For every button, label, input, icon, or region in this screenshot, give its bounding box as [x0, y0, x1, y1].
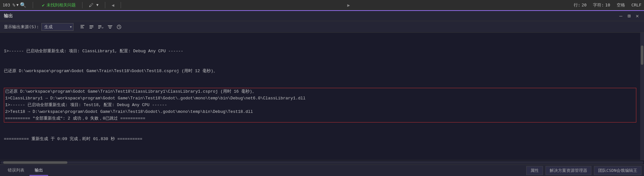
nav-left-btn[interactable]: ◀	[112, 3, 114, 8]
right-tab-team[interactable]: 团队CSDN会饿编辑王	[594, 166, 641, 175]
separator4	[121, 2, 121, 8]
zoom-value: 103 %	[3, 3, 15, 7]
tab-output[interactable]: 输出	[30, 165, 48, 176]
tools-dropdown-icon[interactable]: ▼	[96, 3, 99, 7]
col-info: 字符: 10	[593, 2, 610, 8]
toolbar-icon-clock[interactable]	[115, 24, 123, 30]
svg-rect-5	[90, 28, 92, 29]
output-text-area[interactable]: 1>------ 已启动全部重新生成: 项目: ClassLibrary1, 配…	[0, 33, 640, 160]
svg-rect-0	[81, 25, 84, 26]
zoom-dropdown-icon[interactable]: ▼	[16, 3, 19, 7]
svg-rect-6	[98, 25, 101, 26]
status-right: 行: 20 字符: 10 空格 CRLF	[574, 2, 641, 8]
svg-rect-1	[81, 26, 83, 27]
toolbar-icon-align[interactable]	[88, 24, 95, 30]
svg-rect-12	[109, 28, 111, 29]
svg-rect-2	[81, 28, 84, 28]
toolbar-icon-filter2[interactable]	[106, 24, 114, 30]
tools-area: 🖊 ▼	[89, 2, 99, 8]
close-btn[interactable]: ✕	[634, 12, 640, 20]
svg-rect-7	[98, 27, 101, 27]
col-label: 字符:	[593, 2, 604, 8]
panel-header-actions: — ⊞ ✕	[618, 12, 640, 20]
top-status-bar: 103 % ▼ 🔍 ✔ 未找到相关问题 🖊 ▼ ◀ ▶ 行: 20 字符: 10…	[0, 0, 644, 10]
space-label: 空格	[617, 2, 625, 8]
right-tab-solution-explorer-label: 解决方案资源管理器	[550, 168, 587, 173]
svg-rect-4	[90, 27, 93, 27]
health-status: ✔ 未找到相关问题	[42, 2, 76, 8]
svg-rect-11	[108, 27, 112, 27]
bottom-right-tabs: 属性 解决方案资源管理器 团队CSDN会饿编辑王	[526, 166, 641, 175]
output-line-8: ========== 重新生成 于 0:09 完成，耗时 01.830 秒 ==…	[4, 136, 636, 143]
toolbar-icon-scroll-end[interactable]	[79, 24, 86, 30]
tab-output-label: 输出	[35, 168, 43, 172]
zoom-control[interactable]: 103 % ▼ 🔍	[3, 2, 26, 8]
source-select-wrapper[interactable]: 生成	[41, 23, 73, 31]
svg-rect-10	[108, 25, 112, 26]
separator1	[33, 2, 33, 8]
source-label: 显示输出来源(S):	[4, 24, 39, 30]
separator2	[82, 2, 82, 8]
tab-error-list-label: 错误列表	[8, 168, 24, 172]
vertical-scrollbar[interactable]	[640, 33, 644, 160]
svg-line-15	[119, 27, 120, 28]
health-text: 未找到相关问题	[47, 2, 76, 8]
nav-right-btn[interactable]: ▶	[347, 3, 350, 8]
output-highlighted-block: 已还原 D:\workspace\program\Godot Game\Trai…	[4, 88, 636, 122]
toolbar-row: 显示输出来源(S): 生成	[0, 21, 644, 33]
right-tab-properties[interactable]: 属性	[526, 166, 543, 175]
row-info: 行: 20	[574, 2, 587, 8]
horizontal-scrollbar-thumb[interactable]	[3, 161, 67, 164]
output-line-2: 已还原 D:\workspace\program\Godot Game\Trai…	[4, 68, 636, 75]
row-label: 行:	[574, 2, 580, 8]
zoom-icon: 🔍	[20, 2, 26, 8]
output-line-1: 1>------ 已启动全部重新生成: 项目: ClassLibrary1, 配…	[4, 48, 636, 55]
svg-rect-8	[98, 28, 100, 29]
source-select[interactable]: 生成	[41, 23, 73, 31]
toolbar-icons: ⇌	[79, 24, 123, 30]
horizontal-scrollbar-row[interactable]	[0, 160, 644, 164]
toolbar-icon-filter[interactable]: ⇌	[97, 24, 105, 30]
svg-rect-3	[90, 25, 93, 26]
right-tab-properties-label: 属性	[530, 168, 539, 173]
row-value: 20	[582, 3, 587, 7]
output-content: 1>------ 已启动全部重新生成: 项目: ClassLibrary1, 配…	[0, 33, 644, 160]
tab-error-list[interactable]: 错误列表	[3, 165, 30, 176]
panel-header: 输出 — ⊞ ✕	[0, 11, 644, 21]
pen-icon[interactable]: 🖊	[89, 2, 94, 8]
svg-text:⇌: ⇌	[102, 26, 104, 29]
separator3	[105, 2, 105, 8]
scrollbar-v-thumb[interactable]	[641, 46, 643, 65]
check-icon: ✔	[42, 3, 45, 8]
right-tab-team-label: 团队CSDN会饿编辑王	[598, 168, 637, 173]
pin-btn[interactable]: —	[618, 12, 624, 20]
col-value: 10	[605, 3, 610, 7]
line-ending: CRLF	[631, 3, 641, 7]
bottom-tab-bar: 错误列表 输出 属性 解决方案资源管理器 团队CSDN会饿编辑王	[0, 164, 644, 176]
output-panel: 输出 — ⊞ ✕ 显示输出来源(S): 生成	[0, 10, 644, 164]
panel-title: 输出	[4, 13, 13, 19]
right-tab-solution-explorer[interactable]: 解决方案资源管理器	[545, 166, 591, 175]
horizontal-scrollbar-track[interactable]	[1, 161, 643, 164]
float-btn[interactable]: ⊞	[626, 12, 632, 20]
